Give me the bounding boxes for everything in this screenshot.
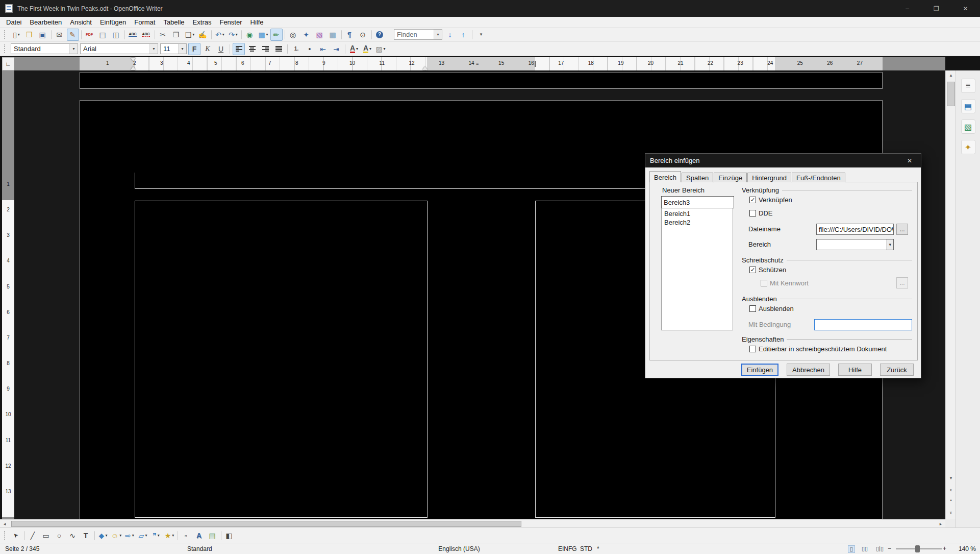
help-icon[interactable]: ? <box>374 29 386 41</box>
fontwork-icon[interactable]: A <box>193 529 206 542</box>
save-icon[interactable]: ▣ <box>37 29 49 41</box>
zoom-level[interactable]: 140 % <box>959 545 976 552</box>
tab-spalten[interactable]: Spalten <box>682 173 713 182</box>
align-left-button[interactable] <box>233 43 245 55</box>
hyperlink-icon[interactable]: ◉ <box>244 29 256 41</box>
first-line-indent-marker[interactable] <box>131 58 136 61</box>
single-page-view-icon[interactable]: ▯ <box>848 545 855 553</box>
menu-tabelle[interactable]: Tabelle <box>159 17 188 27</box>
spelling-icon[interactable]: ABC <box>127 29 139 41</box>
open-icon[interactable]: ❒ <box>23 29 36 41</box>
selection-mode-status[interactable]: STD <box>580 545 592 552</box>
auto-spellcheck-icon[interactable]: ABC <box>140 29 153 41</box>
zoom-out-button[interactable]: − <box>888 545 891 552</box>
line-icon[interactable]: ╱ <box>27 529 39 542</box>
print-icon[interactable]: ▤ <box>97 29 109 41</box>
export-pdf-icon[interactable]: PDF <box>84 29 96 41</box>
find-previous-button[interactable]: ↑ <box>457 29 469 41</box>
page-preview-icon[interactable]: ◫ <box>110 29 122 41</box>
numbering-button[interactable]: 1. <box>290 43 303 55</box>
column-separator-marker[interactable] <box>535 61 536 67</box>
gallery-panel-icon[interactable]: ▧ <box>961 119 975 134</box>
right-indent-marker[interactable] <box>422 66 428 70</box>
paste-icon[interactable]: ❑▾ <box>184 29 196 41</box>
font-color-button[interactable]: A▾ <box>348 43 360 55</box>
vertical-scrollbar[interactable]: ▴ ▾ « • » <box>945 70 956 519</box>
text-icon[interactable]: T <box>80 529 92 542</box>
tab-type-selector[interactable]: ∟ <box>2 57 14 70</box>
find-replace-icon[interactable]: ◎ <box>287 29 299 41</box>
next-page-icon[interactable]: » <box>946 508 956 518</box>
menu-einfuegen[interactable]: Einfügen <box>96 17 130 27</box>
section-name-input[interactable]: Bereich3 <box>661 196 734 208</box>
properties-icon[interactable]: ▤ <box>961 99 975 113</box>
ruler-grip-icon[interactable]: ≡ <box>476 61 479 66</box>
copy-icon[interactable]: ❐ <box>170 29 183 41</box>
find-next-button[interactable]: ↓ <box>444 29 456 41</box>
increase-indent-button[interactable]: ⇥ <box>330 43 342 55</box>
horizontal-scrollbar-thumb[interactable] <box>11 521 521 527</box>
image-from-file-icon[interactable]: ▤ <box>207 529 219 542</box>
zoom-slider-thumb[interactable] <box>915 545 920 552</box>
background-color-button[interactable]: ▨▾ <box>374 43 387 55</box>
dialog-title-bar[interactable]: Bereich einfügen ✕ <box>645 154 921 167</box>
bold-button[interactable]: F <box>188 43 200 55</box>
new-document-icon[interactable]: ▯▾ <box>10 29 22 41</box>
font-name-select[interactable]: Arial ▾ <box>80 43 158 54</box>
tab-hintergrund[interactable]: Hintergrund <box>747 173 791 182</box>
cut-icon[interactable]: ✂ <box>157 29 169 41</box>
protect-checkbox[interactable]: ✓ Schützen <box>749 266 786 274</box>
vertical-scrollbar-thumb[interactable] <box>947 82 955 106</box>
chevron-down-icon[interactable]: ▾ <box>69 44 78 54</box>
restore-button[interactable]: ❐ <box>922 0 951 17</box>
redo-icon[interactable]: ↷▾ <box>227 29 239 41</box>
link-checkbox[interactable]: ✓ Verknüpfen <box>749 196 792 204</box>
highlighting-button[interactable]: A▾ <box>361 43 373 55</box>
scroll-up-icon[interactable]: ▴ <box>946 70 956 80</box>
find-dropdown-icon[interactable]: ▾ <box>434 30 442 39</box>
tab-fuss-endnoten[interactable]: Fuß-/Endnoten <box>792 173 845 182</box>
menu-ansicht[interactable]: Ansicht <box>66 17 96 27</box>
help-button[interactable]: Hilfe <box>838 364 872 376</box>
scroll-down-icon[interactable]: ▾ <box>946 473 956 483</box>
bullets-button[interactable]: • <box>304 43 316 55</box>
section-list[interactable]: Bereich3 Bereich1Bereich2 <box>661 196 733 330</box>
filename-input[interactable]: file:///C:/Users/DIVID/DOWI <box>816 224 894 235</box>
data-sources-icon[interactable]: ▥ <box>327 29 339 41</box>
toolbar-options-icon[interactable]: ▾ <box>475 29 487 41</box>
dde-checkbox[interactable]: DDE <box>749 209 772 217</box>
minimize-button[interactable]: – <box>893 0 922 17</box>
hide-checkbox[interactable]: Ausblenden <box>749 304 794 312</box>
rectangle-icon[interactable]: ▭ <box>40 529 53 542</box>
edit-file-icon[interactable]: ✎ <box>67 29 79 41</box>
navigator-panel-icon[interactable]: ✦ <box>961 140 975 154</box>
clone-formatting-icon[interactable]: ✍ <box>197 29 209 41</box>
left-indent-marker[interactable] <box>131 66 136 70</box>
chevron-down-icon[interactable]: ▾ <box>886 239 893 250</box>
gallery-icon[interactable]: ▧ <box>314 29 326 41</box>
extrusion-icon[interactable]: ◧ <box>223 529 236 542</box>
block-arrows-icon[interactable]: ⇨▾ <box>123 529 136 542</box>
language-status[interactable]: Englisch (USA) <box>408 545 510 552</box>
edit-points-icon[interactable]: ▫ <box>180 529 192 542</box>
paragraph-style-select[interactable]: Standard ▾ <box>11 43 78 54</box>
menu-bearbeiten[interactable]: Bearbeiten <box>26 17 66 27</box>
chevron-down-icon[interactable]: ▾ <box>149 44 158 54</box>
close-button[interactable]: ✕ <box>951 0 980 17</box>
align-center-button[interactable] <box>246 43 258 55</box>
decrease-indent-button[interactable]: ⇤ <box>317 43 329 55</box>
sidebar-menu-icon[interactable]: ≡ <box>961 79 975 93</box>
align-justify-button[interactable] <box>272 43 285 55</box>
toolbar-handle[interactable] <box>4 531 7 540</box>
cancel-button[interactable]: Abbrechen <box>787 364 830 376</box>
callouts-icon[interactable]: ❞▾ <box>150 529 162 542</box>
vertical-ruler[interactable]: 12345678910111213 <box>2 70 14 519</box>
dialog-close-icon[interactable]: ✕ <box>898 154 921 167</box>
chevron-down-icon[interactable]: ▾ <box>178 44 186 54</box>
scroll-right-icon[interactable]: ▸ <box>936 520 945 528</box>
horizontal-scrollbar[interactable]: ◂ ▸ <box>0 519 945 527</box>
underline-button[interactable]: U <box>215 43 227 55</box>
ellipse-icon[interactable]: ○ <box>54 529 66 542</box>
editable-checkbox[interactable]: Editierbar in schreibgeschütztem Dokumen… <box>749 345 887 353</box>
section-list-item[interactable]: Bereich2 <box>662 218 733 227</box>
